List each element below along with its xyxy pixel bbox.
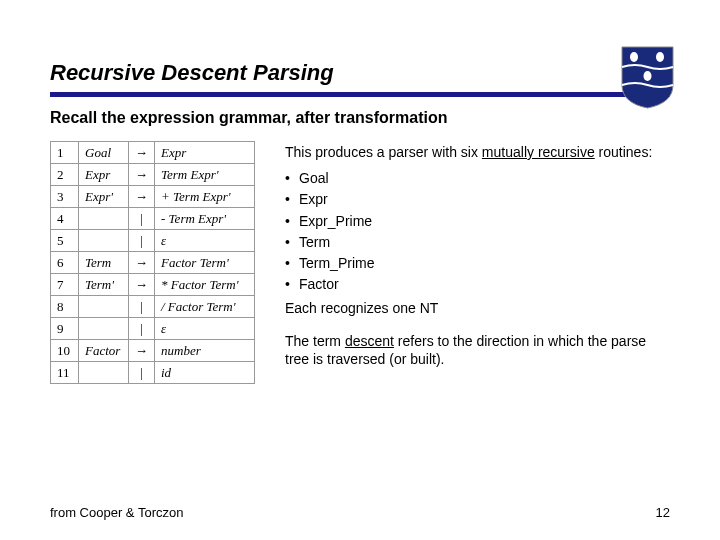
grammar-row: 9|ε [51,318,255,340]
para2-underline: descent [345,333,394,349]
grammar-row: 1Goal→Expr [51,142,255,164]
grammar-row: 3Expr'→+ Term Expr' [51,186,255,208]
grammar-row: 6Term→Factor Term' [51,252,255,274]
routine-item: Term_Prime [285,254,670,272]
grammar-row: 5|ε [51,230,255,252]
para2-a: The term [285,333,345,349]
footer: from Cooper & Torczon 12 [50,505,670,520]
explanation-text: This produces a parser with six mutually… [285,141,670,384]
routine-item: Term [285,233,670,251]
routine-item: Factor [285,275,670,293]
slide-subtitle: Recall the expression grammar, after tra… [50,109,670,127]
slide-title: Recursive Descent Parsing [50,60,670,86]
routine-item: Expr [285,190,670,208]
svg-point-0 [630,52,638,62]
intro-underline: mutually recursive [482,144,595,160]
svg-point-1 [656,52,664,62]
routine-item: Goal [285,169,670,187]
footer-page: 12 [656,505,670,520]
title-rule [50,92,670,97]
footer-left: from Cooper & Torczon [50,505,183,520]
routine-list: GoalExprExpr_PrimeTermTerm_PrimeFactor [285,169,670,293]
grammar-row: 4|- Term Expr' [51,208,255,230]
svg-point-2 [644,71,652,81]
grammar-row: 2Expr→Term Expr' [51,164,255,186]
grammar-table: 1Goal→Expr2Expr→Term Expr'3Expr'→+ Term … [50,141,255,384]
intro-a: This produces a parser with six [285,144,482,160]
grammar-row: 10Factor→number [51,340,255,362]
grammar-row: 7Term'→* Factor Term' [51,274,255,296]
content-row: 1Goal→Expr2Expr→Term Expr'3Expr'→+ Term … [50,141,670,384]
shield-logo [620,45,675,110]
grammar-row: 11|id [51,362,255,384]
tail-text: Each recognizes one NT [285,299,670,317]
grammar-row: 8|/ Factor Term' [51,296,255,318]
intro-c: routines: [595,144,653,160]
routine-item: Expr_Prime [285,212,670,230]
